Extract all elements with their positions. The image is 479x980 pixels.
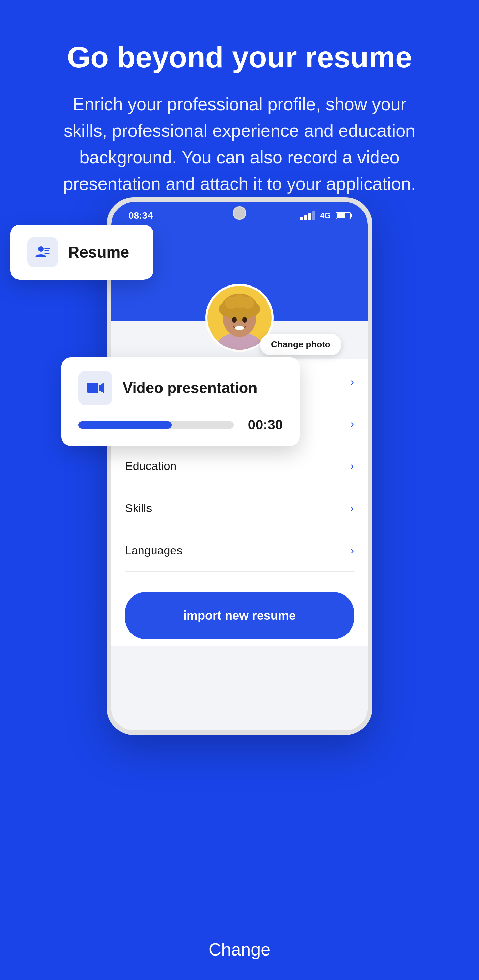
video-camera-icon bbox=[86, 381, 104, 395]
status-icons: 4G bbox=[300, 211, 351, 221]
svg-point-10 bbox=[232, 317, 237, 323]
person-lines-icon bbox=[34, 243, 51, 261]
chevron-de-icon: › bbox=[350, 375, 354, 388]
phone-screen: 08:34 4G bbox=[112, 202, 367, 730]
network-type: 4G bbox=[320, 211, 331, 221]
video-time-label: 00:30 bbox=[242, 417, 283, 433]
header-section: Go beyond your resume Enrich your profes… bbox=[0, 0, 479, 218]
video-floating-card: Video presentation 00:30 bbox=[61, 357, 300, 446]
change-photo-badge[interactable]: Change photo bbox=[260, 334, 342, 355]
bottom-section: Change bbox=[0, 871, 479, 980]
status-bar: 08:34 4G bbox=[112, 202, 367, 226]
subtitle-text: Enrich your professional profile, show y… bbox=[54, 91, 425, 197]
chevron-experience-icon: › bbox=[350, 417, 354, 430]
svg-rect-15 bbox=[44, 250, 49, 251]
svg-rect-17 bbox=[87, 383, 99, 393]
menu-item-education[interactable]: Education › bbox=[125, 445, 354, 487]
resume-floating-card: Resume bbox=[10, 224, 153, 280]
video-progress-track bbox=[78, 421, 234, 429]
menu-item-languages-label: Languages bbox=[125, 544, 182, 557]
camera-notch bbox=[233, 206, 246, 220]
chevron-languages-icon: › bbox=[350, 544, 354, 557]
svg-point-13 bbox=[38, 247, 44, 252]
menu-item-skills-label: Skills bbox=[125, 501, 152, 515]
video-card-label: Video presentation bbox=[123, 379, 257, 396]
resume-card-label: Resume bbox=[68, 243, 129, 261]
svg-rect-14 bbox=[44, 248, 50, 249]
main-title: Go beyond your resume bbox=[54, 41, 425, 74]
resume-icon-box bbox=[27, 237, 58, 267]
status-time: 08:34 bbox=[128, 210, 153, 221]
svg-point-12 bbox=[235, 326, 244, 330]
svg-point-9 bbox=[233, 295, 246, 308]
menu-item-skills[interactable]: Skills › bbox=[125, 487, 354, 530]
signal-bars-icon bbox=[300, 211, 315, 221]
svg-point-11 bbox=[242, 317, 247, 323]
menu-item-languages[interactable]: Languages › bbox=[125, 530, 354, 572]
menu-item-education-label: Education bbox=[125, 460, 176, 473]
svg-rect-16 bbox=[44, 253, 50, 254]
video-icon-box bbox=[78, 371, 112, 405]
profile-avatar-svg bbox=[212, 288, 267, 350]
video-progress-fill bbox=[78, 421, 172, 429]
import-resume-button[interactable]: import new resume bbox=[125, 592, 354, 639]
chevron-education-icon: › bbox=[350, 460, 354, 472]
chevron-skills-icon: › bbox=[350, 502, 354, 514]
svg-marker-18 bbox=[99, 383, 104, 393]
battery-icon bbox=[335, 212, 351, 220]
change-label[interactable]: Change bbox=[209, 939, 270, 959]
